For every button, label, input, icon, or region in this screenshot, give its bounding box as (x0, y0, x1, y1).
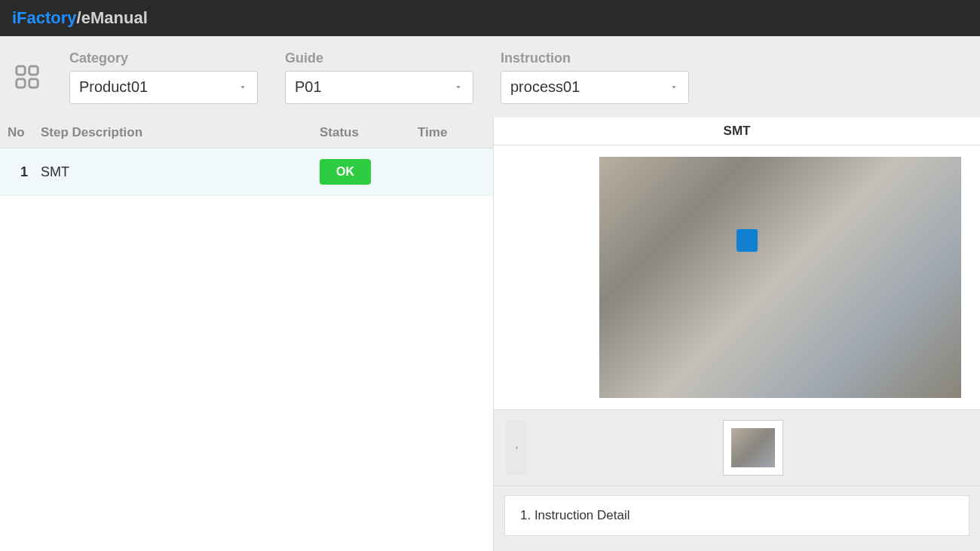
col-status: Status (320, 125, 418, 140)
chevron-down-icon (453, 78, 464, 96)
instruction-value: process01 (510, 78, 580, 96)
table-row[interactable]: 1 SMT OK (0, 148, 493, 196)
row-status: OK (320, 159, 418, 185)
col-desc: Step Description (41, 125, 320, 140)
category-value: Product01 (79, 78, 148, 96)
content-area: No Step Description Status Time 1 SMT OK… (0, 118, 980, 551)
detail-panel: SMT 1. Instruction Detail (494, 118, 980, 551)
thumbnail-row (494, 409, 980, 486)
svg-rect-2 (17, 79, 25, 87)
category-dropdown[interactable]: Product01 (69, 71, 258, 104)
instruction-detail-heading: 1. Instruction Detail (504, 495, 969, 536)
filter-category: Category Product01 (69, 51, 258, 104)
svg-rect-3 (29, 79, 38, 87)
steps-panel: No Step Description Status Time 1 SMT OK (0, 118, 494, 551)
app-header: iFactory / eManual (0, 0, 980, 36)
filter-bar: Category Product01 Guide P01 Instruction… (0, 36, 980, 118)
main-image-area (494, 145, 980, 409)
prev-button[interactable] (506, 421, 527, 475)
chevron-down-icon (237, 78, 248, 96)
col-time: Time (418, 125, 485, 140)
filter-instruction: Instruction process01 (501, 51, 689, 104)
brand-emanual: eManual (81, 8, 148, 28)
guide-dropdown[interactable]: P01 (285, 71, 473, 104)
filter-guide: Guide P01 (285, 51, 473, 104)
step-image (599, 157, 961, 398)
table-header: No Step Description Status Time (0, 118, 493, 148)
instruction-label: Instruction (501, 51, 689, 66)
brand-ifactory: iFactory (12, 8, 77, 28)
row-desc: SMT (41, 164, 320, 180)
thumbnail-image (731, 428, 775, 467)
svg-rect-0 (17, 66, 25, 75)
status-badge[interactable]: OK (320, 159, 371, 185)
grid-icon[interactable] (12, 62, 42, 92)
svg-rect-1 (29, 66, 38, 75)
thumb-container (537, 421, 968, 475)
thumbnail[interactable] (724, 421, 782, 475)
category-label: Category (69, 51, 258, 66)
guide-value: P01 (295, 78, 322, 96)
detail-title: SMT (494, 118, 980, 145)
guide-label: Guide (285, 51, 473, 66)
chevron-down-icon (669, 78, 679, 96)
col-no: No (8, 125, 41, 140)
instruction-dropdown[interactable]: process01 (501, 71, 689, 104)
row-no: 1 (8, 164, 41, 180)
